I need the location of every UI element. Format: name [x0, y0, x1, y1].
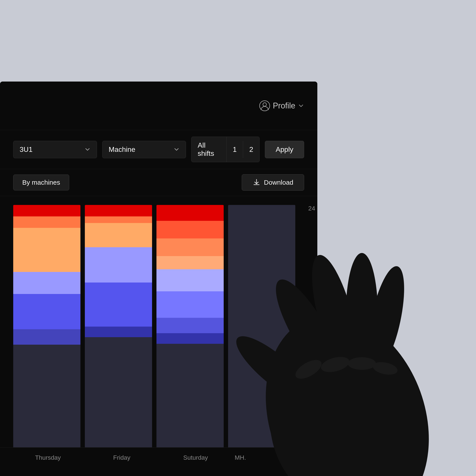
thursday-seg-darkblue	[13, 329, 80, 345]
day-labels: Thursday Friday Suturday MH.	[0, 447, 317, 468]
shifts-selector: All shifts 1 2	[191, 137, 260, 162]
thursday-seg-dark	[13, 345, 80, 447]
saturday-bar	[156, 205, 224, 447]
download-label: Download	[264, 179, 293, 186]
thursday-bar	[13, 205, 80, 447]
friday-label: Friday	[87, 452, 156, 463]
shift1-button[interactable]: 1	[226, 141, 243, 158]
unit-dropdown[interactable]: 3U1	[13, 141, 97, 158]
chart-container: 24 12	[0, 196, 317, 447]
apply-button[interactable]: Apply	[265, 141, 304, 158]
thursday-label: Thursday	[13, 452, 83, 463]
thursday-seg-red	[13, 205, 80, 216]
friday-seg-blue	[85, 283, 152, 327]
friday-seg-darkblue	[85, 327, 152, 337]
view-toolbar: By machines Download	[0, 169, 317, 196]
thursday-seg-blue	[13, 294, 80, 329]
by-machines-button[interactable]: By machines	[13, 174, 69, 190]
download-icon	[253, 178, 260, 187]
saturday-seg-dark	[156, 344, 224, 447]
machine-dropdown[interactable]: Machine	[102, 141, 186, 158]
saturday-seg-redorange	[156, 238, 224, 256]
header: Profile	[0, 82, 317, 130]
chevron-down-icon	[298, 103, 304, 109]
toolbar: 3U1 Machine All shifts 1 2 Apply	[0, 130, 317, 169]
saturday-seg-blue	[156, 291, 224, 318]
download-button[interactable]: Download	[242, 174, 304, 191]
saturday-label: Suturday	[161, 452, 230, 463]
y-label-12: 12	[308, 440, 315, 447]
mh-label: MH.	[235, 452, 304, 463]
machine-label: Machine	[109, 145, 135, 153]
person-circle-icon	[259, 100, 270, 111]
profile-label: Profile	[273, 101, 295, 110]
saturday-seg-medblue	[156, 318, 224, 333]
saturday-bar-stack	[156, 205, 224, 447]
y-label-24: 24	[308, 205, 315, 212]
mh-bar-stack	[228, 205, 295, 447]
shift2-button[interactable]: 2	[243, 141, 259, 158]
svg-point-1	[263, 103, 266, 106]
unit-label: 3U1	[20, 145, 33, 153]
thursday-seg-redorange	[13, 216, 80, 228]
friday-seg-dark	[85, 337, 152, 447]
friday-seg-orange	[85, 223, 152, 247]
profile-button[interactable]: Profile	[259, 100, 304, 111]
saturday-seg-red2	[156, 221, 224, 238]
saturday-seg-darkblue	[156, 333, 224, 344]
all-shifts-label: All shifts	[191, 137, 226, 162]
chart-area: 24 12	[0, 196, 317, 447]
chevron-down-icon	[173, 146, 180, 153]
mh-seg-dark	[228, 205, 295, 447]
saturday-seg-orange	[156, 256, 224, 269]
thursday-seg-orange	[13, 228, 80, 272]
thursday-bar-stack	[13, 205, 80, 447]
friday-bar	[85, 205, 152, 447]
friday-seg-redorange	[85, 216, 152, 223]
friday-seg-red	[85, 205, 152, 216]
saturday-seg-lightblue	[156, 269, 224, 291]
mh-bar	[228, 205, 295, 447]
thursday-seg-lightblue	[13, 272, 80, 294]
chevron-down-icon	[85, 146, 91, 153]
friday-bar-stack	[85, 205, 152, 447]
bars-wrapper	[13, 205, 313, 447]
friday-seg-lightblue	[85, 247, 152, 283]
saturday-seg-red	[156, 205, 224, 221]
